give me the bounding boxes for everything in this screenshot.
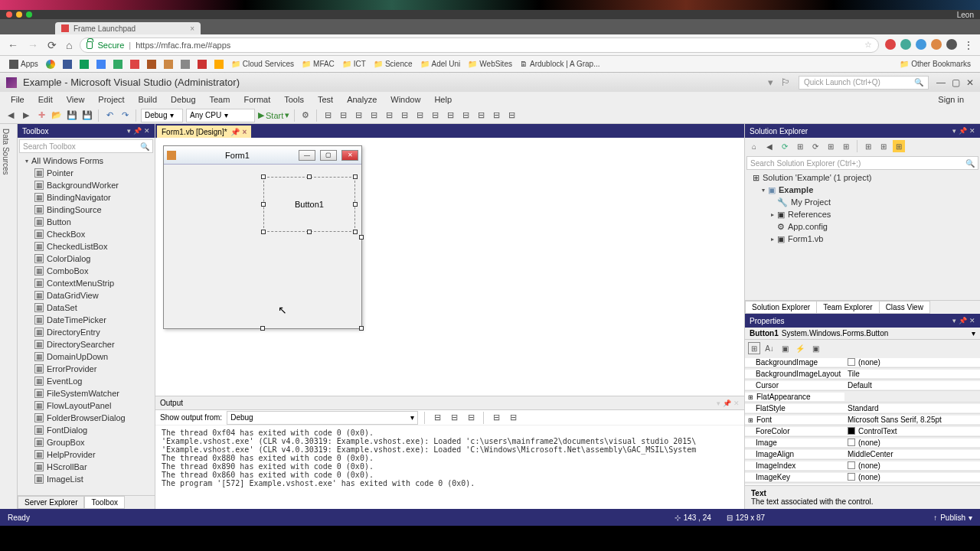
close-dot[interactable] — [6, 11, 12, 18]
sync-icon[interactable]: ⟳ — [779, 140, 791, 152]
output-tool-icon[interactable]: ⊟ — [507, 412, 519, 424]
explorer-search[interactable]: Search Solution Explorer (Ctrl+;)🔍 — [746, 156, 978, 170]
min-button[interactable]: — — [299, 150, 315, 161]
output-source-select[interactable]: Debug▾ — [227, 411, 418, 425]
align-icon[interactable]: ⊟ — [490, 109, 502, 122]
toolbox-item[interactable]: ▦DomainUpDown — [18, 350, 155, 363]
menu-window[interactable]: Window — [384, 93, 426, 106]
bookmark-icon[interactable] — [214, 60, 224, 69]
toolbox-item[interactable]: ▦HScrollBar — [18, 461, 155, 473]
bookmark-icon[interactable] — [130, 60, 139, 69]
props-icon[interactable]: ▣ — [779, 342, 791, 354]
tab-class-view[interactable]: Class View — [879, 301, 930, 314]
dropdown-icon[interactable]: ▾ — [717, 399, 720, 407]
align-icon[interactable]: ⊟ — [459, 109, 472, 122]
save-icon[interactable]: 💾 — [66, 109, 78, 122]
align-icon[interactable]: ⊟ — [429, 109, 441, 122]
menu-analyze[interactable]: Analyze — [341, 93, 383, 106]
pin-icon[interactable]: 📌 — [230, 128, 240, 136]
tool-icon[interactable]: ▣ — [809, 342, 822, 354]
back-icon[interactable]: ← — [6, 37, 20, 53]
align-icon[interactable]: ⊟ — [352, 109, 364, 122]
bookmark-icon[interactable] — [46, 60, 55, 69]
bookmark-icon[interactable] — [164, 60, 173, 69]
publish-icon[interactable]: ↑ — [933, 514, 937, 522]
property-row[interactable]: FlatStyleStandard — [745, 403, 980, 414]
align-icon[interactable]: ⊟ — [368, 109, 380, 122]
other-bookmarks[interactable]: 📁Other Bookmarks — [900, 60, 971, 68]
property-row[interactable]: ImageAlignMiddleCenter — [745, 448, 980, 460]
menu-debug[interactable]: Debug — [165, 93, 201, 106]
home-icon[interactable]: ⌂ — [748, 140, 760, 152]
pin-icon[interactable]: 📌 — [133, 127, 142, 135]
refresh-icon[interactable]: ⟳ — [809, 140, 822, 152]
output-text[interactable]: The thread 0xf04 has exited with code 0 … — [155, 425, 744, 509]
toolbox-item[interactable]: ▦CheckedListBox — [18, 240, 155, 253]
toolbox-item[interactable]: ▦ImageList — [18, 473, 155, 485]
bookmark-icon[interactable] — [96, 60, 106, 69]
properties-grid[interactable]: BackgroundImage(none)BackgroundImageLayo… — [745, 357, 980, 485]
bookmark-folder[interactable]: 📁Adel Uni — [420, 60, 461, 68]
toolbox-item[interactable]: ▦ColorDialog — [18, 253, 155, 265]
menu-team[interactable]: Team — [204, 93, 237, 106]
output-tool-icon[interactable]: ⊟ — [448, 412, 460, 424]
toolbox-item[interactable]: ▦BackgroundWorker — [18, 179, 155, 191]
resize-handle[interactable] — [353, 230, 358, 234]
bookmark-folder[interactable]: 📁MFAC — [302, 60, 335, 68]
dropdown-icon[interactable]: ▾ — [952, 317, 956, 324]
menu-file[interactable]: File — [5, 93, 31, 106]
toolbox-item[interactable]: ▦DataGridView — [18, 289, 155, 302]
tool-icon[interactable]: ⊞ — [862, 140, 874, 152]
property-row[interactable]: ImageKey(none) — [745, 471, 980, 483]
designer-surface[interactable]: Form1 — ▢ ✕ Button1 — [155, 138, 744, 396]
close-icon[interactable]: × — [243, 128, 247, 136]
max-button[interactable]: ▢ — [320, 150, 337, 161]
filter-icon[interactable]: ▾ — [768, 77, 773, 88]
config-select[interactable]: Debug▾ — [141, 109, 183, 122]
toolbox-item[interactable]: ▦Button — [18, 216, 155, 228]
solution-node[interactable]: ⊞Solution 'Example' (1 project) — [745, 171, 980, 184]
align-icon[interactable]: ⊟ — [383, 109, 395, 122]
align-icon[interactable]: ⊟ — [505, 109, 518, 122]
close-icon[interactable]: ✕ — [969, 127, 975, 135]
menu-tools[interactable]: Tools — [278, 93, 310, 106]
menu-view[interactable]: View — [60, 93, 91, 106]
toolbox-item[interactable]: ▦GroupBox — [18, 436, 155, 448]
nav-back-icon[interactable]: ◀ — [5, 109, 17, 122]
toolbox-item[interactable]: ▦BindingSource — [18, 204, 155, 216]
dropdown-icon[interactable]: ▾ — [127, 127, 131, 135]
property-row[interactable]: CursorDefault — [745, 380, 980, 391]
align-icon[interactable]: ⊟ — [413, 109, 426, 122]
bookmark-folder[interactable]: 📁ICT — [342, 60, 366, 68]
tab-toolbox[interactable]: Toolbox — [84, 496, 124, 509]
tab-server-explorer[interactable]: Server Explorer — [18, 496, 84, 509]
tab-solution-explorer[interactable]: Solution Explorer — [745, 301, 817, 314]
bookmark-icon[interactable] — [198, 60, 207, 69]
toolbox-item[interactable]: ▦Pointer — [18, 167, 155, 179]
notify-icon[interactable]: 🏳 — [781, 77, 791, 88]
quick-launch-input[interactable]: Quick Launch (Ctrl+Q)🔍 — [799, 76, 929, 90]
close-icon[interactable]: ✕ — [733, 399, 740, 407]
menu-test[interactable]: Test — [312, 93, 339, 106]
resize-handle[interactable] — [353, 174, 358, 179]
bookmark-icon[interactable] — [113, 60, 122, 69]
form-resize-handle[interactable] — [359, 235, 364, 240]
menu-help[interactable]: Help — [428, 93, 458, 106]
maximize-icon[interactable]: ▢ — [952, 77, 960, 88]
alpha-icon[interactable]: A↓ — [763, 342, 776, 354]
tool-icon[interactable]: ⚙ — [299, 109, 312, 122]
tree-node[interactable]: ▸▣References — [745, 208, 980, 220]
output-tool-icon[interactable]: ⊟ — [490, 412, 502, 424]
pin-icon[interactable]: 📌 — [959, 317, 967, 324]
close-icon[interactable]: ✕ — [144, 127, 150, 135]
toolbox-item[interactable]: ▦FolderBrowserDialog — [18, 412, 155, 424]
toolbox-item[interactable]: ▦FontDialog — [18, 424, 155, 436]
home-icon[interactable]: ⌂ — [64, 37, 74, 53]
tab-close-icon[interactable]: × — [190, 24, 194, 33]
bookmark-icon[interactable] — [147, 60, 156, 69]
bookmark-folder[interactable]: 📁WebSites — [468, 60, 512, 68]
tree-node[interactable]: ▸▣Form1.vb — [745, 233, 980, 245]
publish-label[interactable]: Publish — [940, 514, 965, 522]
undo-icon[interactable]: ↶ — [103, 109, 116, 122]
resize-handle[interactable] — [307, 174, 312, 179]
